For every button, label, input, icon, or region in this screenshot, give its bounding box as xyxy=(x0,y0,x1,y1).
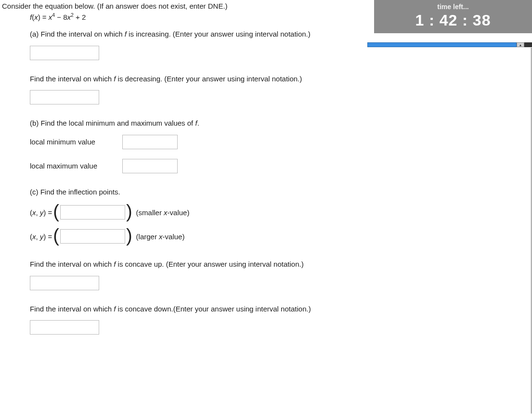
timer-value: 1 : 42 : 38 xyxy=(374,12,532,33)
timer-panel: time left... 1 : 42 : 38 xyxy=(374,0,532,33)
inflection-smaller-input[interactable] xyxy=(60,205,125,220)
local-max-label: local maximum value xyxy=(30,162,112,170)
timer-label: time left... xyxy=(374,0,532,12)
local-max-input[interactable] xyxy=(122,159,178,173)
inflection-larger-input[interactable] xyxy=(60,229,125,244)
concave-down-input[interactable] xyxy=(30,320,99,335)
part-b-prompt: (b) Find the local minimum and maximum v… xyxy=(30,118,532,129)
close-paren-icon: ) xyxy=(125,202,133,220)
part-c-prompt: (c) Find the inflection points. xyxy=(30,187,532,198)
inflection-larger-row: (x, y) = ( ) (larger x-value) xyxy=(30,227,532,246)
decreasing-interval-input[interactable] xyxy=(30,90,99,104)
open-paren-icon: ( xyxy=(52,226,60,245)
concave-up-prompt: Find the interval on which f is concave … xyxy=(30,259,532,270)
concave-up-input[interactable] xyxy=(30,276,99,290)
increasing-interval-input[interactable] xyxy=(30,46,99,60)
inflection-smaller-row: (x, y) = ( ) (smaller x-value) xyxy=(30,203,532,221)
larger-x-label: (larger x-value) xyxy=(136,233,185,241)
local-min-label: local minimum value xyxy=(30,138,112,146)
progress-bar: ▲ xyxy=(367,42,532,47)
concave-down-prompt: Find the interval on which f is concave … xyxy=(30,304,532,315)
part-a-decreasing-prompt: Find the interval on which f is decreasi… xyxy=(30,74,532,85)
close-paren-icon: ) xyxy=(125,226,133,245)
progress-collapse-button[interactable]: ▲ xyxy=(517,42,524,47)
right-divider xyxy=(531,48,532,414)
equation-x: x xyxy=(34,13,38,21)
progress-end xyxy=(524,42,532,47)
open-paren-icon: ( xyxy=(52,202,60,220)
local-min-input[interactable] xyxy=(122,135,178,149)
progress-fill xyxy=(367,42,517,47)
smaller-x-label: (smaller x-value) xyxy=(136,208,190,217)
